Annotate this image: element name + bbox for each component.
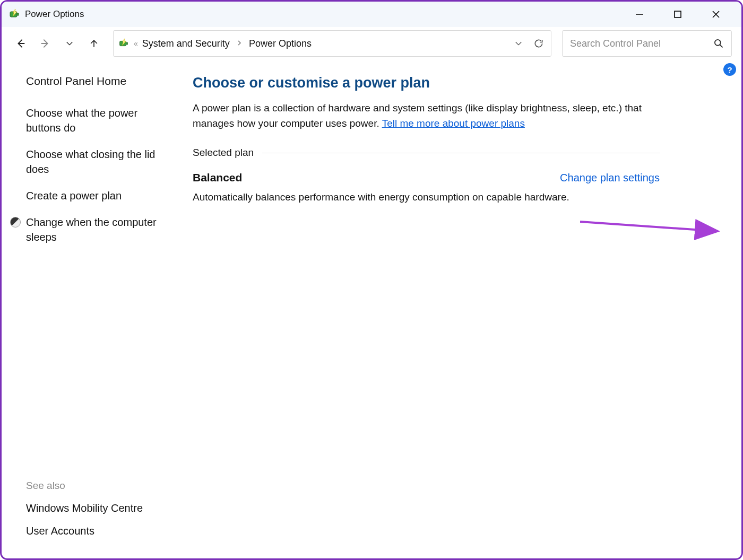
- main-panel: ? Choose or customise a power plan A pow…: [182, 60, 741, 558]
- sidebar-link-power-buttons[interactable]: Choose what the power buttons do: [26, 106, 169, 135]
- breadcrumb-overflow-icon[interactable]: «: [134, 39, 138, 48]
- search-box[interactable]: [562, 30, 732, 57]
- search-icon: [713, 38, 724, 49]
- power-options-icon: [118, 38, 129, 49]
- tell-me-more-link[interactable]: Tell me more about power plans: [382, 118, 525, 129]
- breadcrumb-current[interactable]: Power Options: [249, 38, 312, 49]
- page-title: Choose or customise a power plan: [193, 75, 720, 91]
- section-divider: [262, 153, 660, 153]
- annotation-arrow-icon: [580, 216, 734, 248]
- sidebar: Control Panel Home Choose what the power…: [2, 60, 182, 558]
- svg-point-10: [715, 40, 721, 46]
- breadcrumb-parent[interactable]: System and Security: [142, 38, 230, 49]
- minimize-button[interactable]: [630, 5, 649, 24]
- address-dropdown-button[interactable]: [511, 36, 526, 51]
- svg-line-12: [580, 222, 718, 231]
- svg-rect-9: [126, 42, 128, 45]
- see-also-heading: See also: [26, 480, 169, 492]
- see-also-mobility-centre[interactable]: Windows Mobility Centre: [26, 502, 169, 514]
- change-plan-settings-link[interactable]: Change plan settings: [560, 172, 660, 184]
- content-area: Control Panel Home Choose what the power…: [2, 60, 741, 558]
- navbar: « System and Security Power Options: [2, 27, 741, 60]
- plan-description: Automatically balances performance with …: [193, 191, 660, 203]
- power-options-icon: [8, 8, 21, 21]
- chevron-right-icon[interactable]: [234, 39, 245, 48]
- see-also-user-accounts[interactable]: User Accounts: [26, 525, 169, 537]
- svg-rect-3: [675, 11, 681, 18]
- control-panel-home-link[interactable]: Control Panel Home: [26, 75, 169, 88]
- address-bar[interactable]: « System and Security Power Options: [113, 30, 551, 57]
- sidebar-link-create-plan[interactable]: Create a power plan: [26, 188, 169, 203]
- selected-plan-section: Selected plan Balanced Change plan setti…: [193, 147, 720, 203]
- forward-button[interactable]: [36, 34, 55, 53]
- page-description: A power plan is a collection of hardware…: [193, 101, 649, 131]
- titlebar: Power Options: [2, 2, 741, 27]
- window-title: Power Options: [25, 9, 84, 20]
- sidebar-link-closing-lid[interactable]: Choose what closing the lid does: [26, 147, 169, 177]
- help-icon[interactable]: ?: [723, 63, 736, 76]
- up-button[interactable]: [84, 34, 103, 53]
- recent-locations-button[interactable]: [60, 34, 79, 53]
- search-input[interactable]: [570, 38, 713, 49]
- window-controls: [630, 5, 735, 24]
- section-title: Selected plan: [193, 147, 254, 159]
- refresh-button[interactable]: [531, 36, 547, 51]
- maximize-button[interactable]: [668, 5, 687, 24]
- plan-name: Balanced: [193, 171, 242, 184]
- sidebar-link-computer-sleeps[interactable]: Change when the computer sleeps: [26, 215, 169, 244]
- close-button[interactable]: [706, 5, 725, 24]
- svg-line-11: [720, 45, 723, 48]
- svg-rect-1: [17, 13, 19, 15]
- back-button[interactable]: [11, 34, 30, 53]
